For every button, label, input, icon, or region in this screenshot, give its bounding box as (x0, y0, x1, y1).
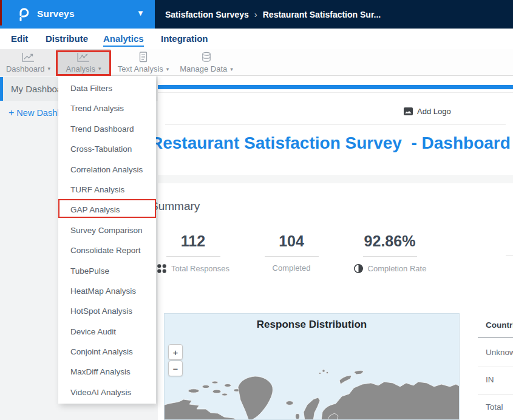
top-header: Surveys ▼ Satisfaction Surveys › Restaur… (0, 0, 513, 29)
half-circle-icon (353, 263, 364, 274)
stat-underline (265, 256, 319, 257)
nav-tab-distribute[interactable]: Distribute (46, 33, 88, 44)
menu-item-trend-analysis[interactable]: Trend Analysis (58, 98, 156, 118)
table-row: Unknown (486, 348, 513, 357)
stat-value: 112 (144, 232, 242, 250)
menu-item-maxdiff-analysis[interactable]: MaxDiff Analysis (58, 362, 156, 382)
nav-tab-integration[interactable]: Integration (161, 33, 208, 44)
menu-item-turf-analysis[interactable]: TURF Analysis (58, 180, 156, 200)
analysis-button-label: Analysis (66, 64, 95, 73)
text-analysis-button[interactable]: Text Analysis▾ (113, 49, 174, 76)
section-separator (158, 175, 513, 183)
stat-underline (363, 256, 417, 257)
breadcrumb: Satisfaction Surveys › Restaurant Satisf… (165, 0, 381, 29)
chevron-down-icon: ▾ (48, 66, 51, 72)
map-zoom-controls: + − (168, 344, 183, 376)
divider (165, 124, 506, 125)
stat-value: 92.86% (341, 232, 439, 250)
chevron-down-icon: ▾ (98, 66, 101, 72)
menu-item-consolidate-report[interactable]: Consolidate Report (58, 240, 156, 260)
stat-value: 104 (242, 232, 341, 250)
menu-item-correlation-analysis[interactable]: Correlation Analysis (58, 160, 156, 180)
plus-icon: + (8, 107, 14, 118)
dashboard-button-label: Dashboard (6, 64, 45, 73)
zoom-in-button[interactable]: + (168, 344, 183, 360)
table-row-divider (478, 367, 513, 367)
table-header-divider (478, 337, 513, 338)
content-accent-bar (158, 85, 513, 89)
zoom-out-button[interactable]: − (168, 361, 183, 376)
stat-underline-partial (506, 256, 513, 256)
menu-item-data-filters[interactable]: Data Filters (58, 78, 156, 98)
table-row-divider (478, 394, 513, 395)
summary-heading: Summary (151, 200, 200, 213)
product-name: Surveys (37, 8, 75, 19)
nav-tab-analytics[interactable]: Analytics (103, 33, 144, 47)
screen-edge-artifact (0, 0, 2, 25)
menu-item-cross-tabulation[interactable]: Cross-Tabulation (58, 139, 156, 159)
breadcrumb-survey[interactable]: Restaurant Satisfaction Sur... (263, 10, 381, 19)
menu-item-trend-dashboard[interactable]: Trend Dashboard (58, 119, 156, 139)
table-row: Total (486, 402, 503, 412)
add-logo-button[interactable]: Add Logo (404, 107, 451, 116)
menu-item-hotspot-analysis[interactable]: HotSpot Analysis (58, 301, 156, 321)
analytics-toolbar: Dashboard▾ Analysis▾ Text Analysis▾ Ma (0, 49, 513, 76)
stat-label: Total Responses (171, 264, 229, 273)
dashboard-button[interactable]: Dashboard▾ (0, 49, 56, 76)
dots-grid-icon (157, 263, 167, 274)
divider (158, 92, 513, 93)
main-nav: Edit Distribute Analytics Integration (0, 29, 513, 49)
table-row: IN (486, 375, 494, 384)
image-icon (404, 107, 413, 115)
manage-data-button[interactable]: Manage Data▾ (174, 49, 239, 76)
add-logo-label: Add Logo (417, 107, 451, 116)
menu-item-conjoint-analysis[interactable]: Conjoint Analysis (58, 342, 156, 362)
nav-tab-edit[interactable]: Edit (11, 33, 28, 44)
database-icon (201, 52, 212, 63)
app-switcher[interactable]: Surveys ▼ (0, 0, 155, 29)
response-distribution-map: Response Distribution + − (164, 313, 460, 420)
analysis-button[interactable]: Analysis▾ (56, 49, 110, 76)
chevron-down-icon: ▾ (230, 66, 233, 72)
table-header-countries: Countries (486, 320, 513, 330)
stat-total-responses: 112 Total Responses (144, 232, 242, 274)
menu-item-survey-comparison[interactable]: Survey Comparison (58, 220, 156, 240)
menu-item-videoai-analysis[interactable]: VideoAI Analysis (58, 382, 156, 402)
analysis-dropdown-menu: Data Filters Trend Analysis Trend Dashbo… (58, 76, 156, 404)
manage-data-button-label: Manage Data (180, 64, 227, 73)
chevron-down-icon[interactable]: ▼ (137, 8, 144, 18)
map-title: Response Distribution (165, 319, 459, 331)
breadcrumb-folder[interactable]: Satisfaction Surveys (165, 10, 249, 19)
countries-table: Countries Unknown IN Total (478, 317, 513, 420)
menu-item-gap-analysis[interactable]: GAP Analysis (58, 200, 156, 220)
document-icon (138, 52, 148, 63)
dashboard-content: Add Logo Restaurant Satisfaction Survey … (158, 76, 513, 420)
dashboard-title: Restaurant Satisfaction Survey - Dashboa… (151, 134, 513, 153)
menu-item-tubepulse[interactable]: TubePulse (58, 261, 156, 281)
chevron-down-icon: ▾ (166, 66, 169, 72)
line-chart-icon (21, 52, 35, 63)
menu-item-device-audit[interactable]: Device Audit (58, 322, 156, 342)
questionpro-logo-icon (16, 7, 30, 22)
scatter-chart-icon (76, 52, 90, 63)
stat-completed: 104 Completed (242, 232, 341, 273)
menu-item-heatmap-analysis[interactable]: HeatMap Analysis (58, 281, 156, 301)
text-analysis-button-label: Text Analysis (118, 64, 163, 73)
breadcrumb-separator-icon: › (254, 9, 257, 19)
stat-completion-rate: 92.86% Completion Rate (341, 232, 439, 274)
stat-label: Completion Rate (368, 264, 427, 273)
stat-label: Completed (273, 263, 311, 273)
stat-underline (166, 256, 220, 257)
